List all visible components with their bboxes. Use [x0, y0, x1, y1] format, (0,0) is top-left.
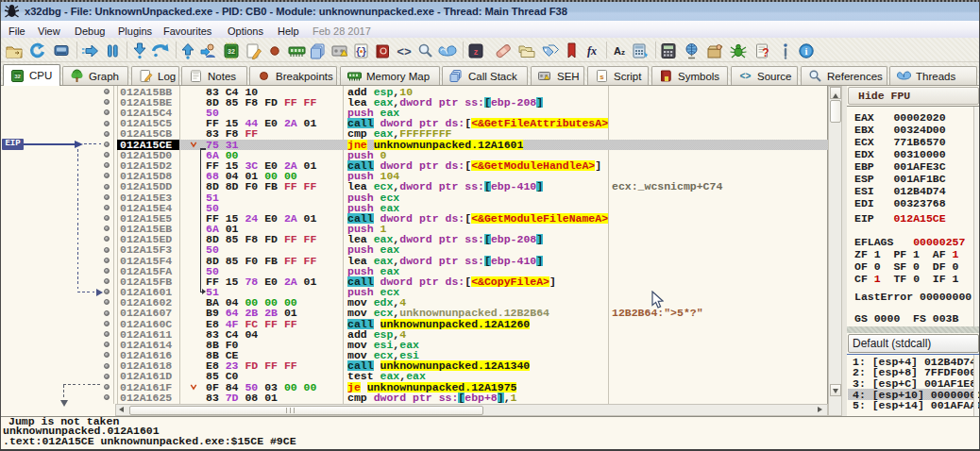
svg-text:s: s	[600, 73, 604, 81]
svg-text:i: i	[805, 46, 808, 57]
svg-text:z: z	[474, 47, 479, 57]
svg-text:Az: Az	[614, 45, 625, 57]
svg-text:fx: fx	[587, 44, 597, 58]
svg-text:?: ?	[762, 46, 769, 59]
svg-text:32: 32	[228, 48, 235, 55]
svg-text:32: 32	[14, 74, 21, 79]
svg-text:<>: <>	[397, 45, 412, 59]
svg-text:<>: <>	[739, 72, 751, 82]
